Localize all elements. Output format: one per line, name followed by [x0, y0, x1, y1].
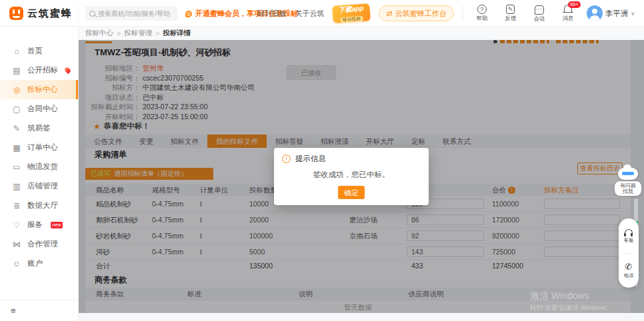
sidebar-item-home[interactable]: ⌂首页 [0, 41, 78, 61]
sidebar-item-label: 店铺管理 [27, 181, 58, 191]
bid-center-icon: ◎ [12, 85, 21, 95]
feedback-icon: ✎ [506, 5, 515, 14]
help-button[interactable]: ? 帮助 [472, 4, 492, 23]
page-footer-strip [79, 313, 644, 321]
public-bid-icon: ▤ [12, 66, 21, 75]
top-header: 云筑蜜蜂 开通蜜蜂会员，享项目任意投标 回到旧版 关于云筑 下载app移动投标 … [0, 0, 644, 27]
sidebar-item-label: 物流发货 [27, 162, 58, 172]
mascot-line2: 找我 [623, 188, 633, 194]
help-mascot-widget[interactable]: 有问题 找我 [615, 168, 641, 206]
windows-activation-watermark: 激活 Windows 转到“设置”以激活 Windows。 [530, 290, 613, 312]
sidebar-item-bid-center[interactable]: ◎投标中心 [0, 80, 78, 99]
sidebar-item-contract-center[interactable]: ▢合同中心 [0, 99, 78, 119]
sidebar-item-logistics[interactable]: ▭物流发货 [0, 157, 78, 176]
sidebar-item-esign[interactable]: ✎筑易签 [0, 119, 78, 138]
sidebar-item-cooperation[interactable]: ⋈合作管理 [0, 234, 78, 254]
sidebar-collapse-button[interactable]: ≡ [0, 300, 78, 321]
breadcrumb-bid-management[interactable]: 投标管理 [124, 29, 152, 38]
avatar [587, 5, 603, 21]
breadcrumb-separator: > [155, 29, 159, 37]
sidebar-item-label: 数据大厅 [27, 200, 58, 210]
customer-service-label: 客服 [624, 237, 633, 244]
feedback-button[interactable]: ✎ 反馈 [501, 4, 521, 23]
header-divider [78, 5, 79, 21]
phone-label: 电话 [624, 272, 633, 278]
global-search[interactable] [85, 6, 177, 21]
swap-icon: ⇄ [386, 9, 392, 18]
brand-logo-text: 云筑蜜蜂 [27, 7, 73, 20]
chat-label: 会话 [530, 15, 549, 23]
modal-message: 签收成功，您已中标。 [274, 170, 429, 180]
home-icon: ⌂ [12, 47, 21, 56]
mascot-label: 有问题 找我 [615, 181, 641, 196]
download-app-badge[interactable]: 下载app移动投标 [333, 3, 371, 23]
sidebar-item-public-bidding[interactable]: ▤公开招标 [0, 61, 78, 80]
about-link[interactable]: 关于云筑 [295, 9, 324, 19]
search-icon [89, 11, 95, 17]
bee-icon [185, 11, 192, 17]
brand-logo-icon [9, 7, 23, 20]
sidebar-item-orders[interactable]: ▦订单中心 [0, 138, 78, 157]
workbench-button[interactable]: ⇄ 云筑蜜蜂工作台 [379, 5, 453, 21]
mobile-bid-label: 移动投标 [341, 16, 363, 23]
headset-icon [625, 229, 633, 234]
sidebar-item-label: 合同中心 [27, 104, 58, 114]
sidebar-item-label: 账户 [27, 258, 43, 268]
sidebar: ⌂首页 ▤公开招标 ◎投标中心 ▢合同中心 ✎筑易签 ▦订单中心 ▭物流发货 ▥… [0, 27, 79, 321]
data-hall-icon: ≣ [12, 201, 21, 210]
new-badge: new [51, 222, 63, 228]
info-circle-icon: ! [282, 155, 291, 163]
help-label: 帮助 [473, 15, 491, 23]
account-icon: ☺ [12, 259, 21, 268]
sidebar-item-label: 首页 [27, 46, 43, 56]
sidebar-item-label: 合作管理 [27, 239, 58, 249]
breadcrumb-current: 投标详情 [163, 29, 191, 38]
contact-float-panel: 客服 ✆ 电话 [619, 218, 639, 288]
notice-modal: ! 提示信息 签收成功，您已中标。 确定 [274, 148, 429, 205]
mascot-glasses [622, 172, 634, 175]
watermark-line2: 转到“设置”以激活 Windows。 [530, 304, 613, 312]
sidebar-item-shop[interactable]: ▥店铺管理 [0, 176, 78, 196]
watermark-line1: 激活 Windows [530, 290, 613, 302]
phone-button[interactable]: ✆ 电话 [623, 262, 634, 279]
app-window: 云筑蜜蜂 开通蜜蜂会员，享项目任意投标 回到旧版 关于云筑 下载app移动投标 … [0, 0, 644, 321]
breadcrumb-bid-center[interactable]: 投标中心 [85, 29, 113, 38]
sidebar-item-services[interactable]: ♡服务new [0, 215, 78, 234]
sidebar-item-label: 公开招标 [27, 65, 58, 75]
sidebar-item-label: 筑易签 [27, 123, 51, 133]
order-icon: ▦ [12, 143, 21, 153]
download-app-label: 下载app [333, 3, 371, 15]
breadcrumb-separator: > [117, 29, 121, 37]
chevron-down-icon: ∨ [631, 11, 635, 17]
old-version-link[interactable]: 回到旧版 [257, 9, 286, 19]
message-count-badge: 99+ [568, 1, 581, 8]
chat-icon: ⋯ [535, 5, 544, 15]
service-icon: ♡ [12, 220, 21, 230]
sidebar-item-account[interactable]: ☺账户 [0, 254, 78, 273]
sidebar-item-label: 投标中心 [27, 85, 58, 95]
chat-button[interactable]: ⋯ 会话 [529, 3, 549, 23]
customer-service-button[interactable]: 客服 [623, 227, 634, 244]
cooperation-icon: ⋈ [12, 240, 21, 249]
shop-icon: ▥ [12, 182, 21, 191]
logistics-icon: ▭ [12, 162, 21, 172]
hot-flame-icon [64, 67, 71, 74]
messages-button[interactable]: 99+ 消息 [558, 4, 578, 23]
phone-icon: ✆ [625, 262, 633, 272]
contract-icon: ▢ [12, 105, 21, 114]
confirm-button[interactable]: 确定 [338, 186, 365, 199]
breadcrumb: 投标中心 > 投标管理 > 投标详情 [79, 27, 644, 40]
sidebar-item-label: 服务 [27, 220, 43, 230]
search-input[interactable] [98, 10, 171, 17]
collapse-icon: ≡ [11, 306, 16, 316]
mascot-line1: 有问题 [620, 182, 636, 188]
sidebar-item-data-hall[interactable]: ≣数据大厅 [0, 196, 78, 215]
user-name: 李平洲 [605, 9, 629, 19]
feedback-label: 反馈 [501, 15, 520, 23]
sidebar-item-label: 订单中心 [27, 143, 58, 153]
divider [623, 253, 635, 254]
mascot-icon [618, 168, 638, 180]
user-menu[interactable]: 李平洲 ∨ [587, 5, 635, 21]
header-divider [463, 6, 463, 21]
messages-label: 消息 [559, 15, 577, 23]
